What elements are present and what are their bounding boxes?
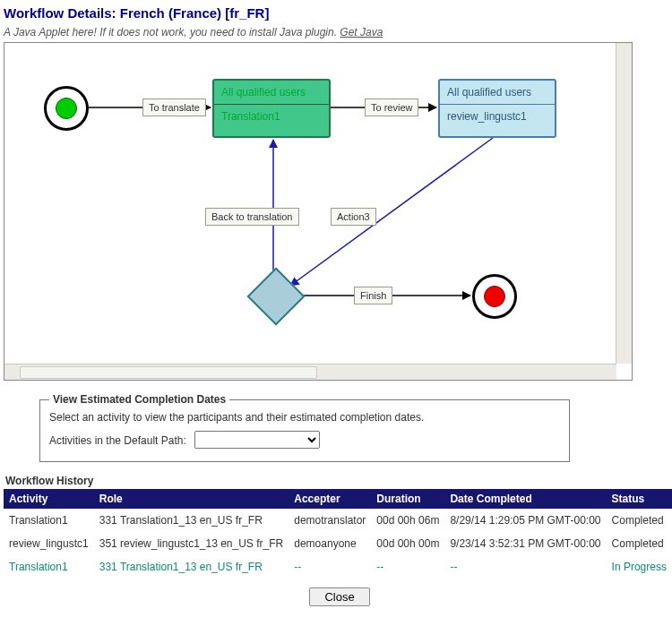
- estimate-fieldset: View Estimated Completion Dates Select a…: [39, 393, 570, 462]
- activities-select[interactable]: [194, 431, 320, 449]
- estimate-legend: View Estimated Completion Dates: [49, 393, 229, 406]
- scrollbar-vertical[interactable]: [616, 43, 632, 364]
- col-role: Role: [94, 489, 289, 509]
- cell-accepter: --: [289, 555, 371, 579]
- col-duration: Duration: [371, 489, 444, 509]
- edge-finish[interactable]: Finish: [354, 287, 392, 304]
- cell-duration: 00d 00h 00m: [371, 532, 444, 555]
- workflow-history-table: Activity Role Accepter Duration Date Com…: [4, 489, 672, 579]
- applet-note: A Java Applet here! If it does not work,…: [4, 26, 672, 40]
- svg-line-2: [290, 138, 493, 286]
- col-activity: Activity: [4, 489, 94, 509]
- cell-accepter: demotranslator: [289, 509, 371, 532]
- task-review-name: review_lingustc1: [440, 105, 555, 128]
- col-accepter: Accepter: [289, 489, 371, 509]
- task-translation-name: Translation1: [214, 105, 329, 128]
- edge-to-review[interactable]: To review: [365, 99, 418, 116]
- estimate-label: Activities in the Default Path:: [49, 434, 186, 447]
- cell-role: 351 review_lingustc1_13 en_US fr_FR: [94, 532, 289, 555]
- diagram-canvas[interactable]: All qualified users Translation1 All qua…: [4, 43, 630, 364]
- edge-action3[interactable]: Action3: [331, 208, 376, 226]
- cell-accepter: demoanyone: [289, 532, 371, 555]
- start-icon: [56, 98, 77, 119]
- cell-activity: review_lingustc1: [4, 532, 94, 555]
- cell-date: 8/29/14 1:29:05 PM GMT-00:00: [444, 509, 606, 532]
- end-icon: [484, 286, 505, 307]
- task-translation-role: All qualified users: [214, 81, 329, 104]
- cell-duration: --: [371, 555, 444, 579]
- cell-date: --: [444, 555, 606, 579]
- cell-activity: Translation1: [4, 555, 94, 579]
- close-button[interactable]: Close: [309, 587, 369, 606]
- cell-status: Completed: [607, 532, 672, 555]
- col-date-completed: Date Completed: [444, 489, 606, 509]
- cell-role: 331 Translation1_13 en_US fr_FR: [94, 555, 289, 579]
- applet-note-text: A Java Applet here! If it does not work,…: [4, 26, 340, 39]
- cell-status: Completed: [607, 509, 672, 532]
- cell-activity: Translation1: [4, 509, 94, 532]
- cell-role: 331 Translation1_13 en_US fr_FR: [94, 509, 289, 532]
- table-row: review_lingustc1351 review_lingustc1_13 …: [4, 532, 672, 555]
- workflow-diagram: All qualified users Translation1 All qua…: [4, 42, 633, 381]
- edge-back-to-translation[interactable]: Back to translation: [205, 208, 299, 226]
- cell-duration: 00d 00h 06m: [371, 509, 444, 532]
- end-node[interactable]: [472, 274, 517, 319]
- history-header-row: Activity Role Accepter Duration Date Com…: [4, 489, 672, 509]
- table-row: Translation1331 Translation1_13 en_US fr…: [4, 509, 672, 532]
- page-title: Workflow Details: French (France) [fr_FR…: [4, 4, 672, 26]
- task-translation[interactable]: All qualified users Translation1: [212, 79, 331, 138]
- edge-to-translate[interactable]: To translate: [142, 99, 206, 116]
- table-row: Translation1331 Translation1_13 en_US fr…: [4, 555, 672, 579]
- cell-date: 9/23/14 3:52:31 PM GMT-00:00: [444, 532, 606, 555]
- workflow-history-title: Workflow History: [5, 475, 672, 487]
- task-review-role: All qualified users: [440, 81, 555, 104]
- start-node[interactable]: [44, 86, 89, 131]
- decision-node[interactable]: [246, 267, 305, 325]
- cell-status: In Progress: [607, 555, 672, 579]
- scrollbar-horizontal[interactable]: [4, 364, 616, 380]
- task-review[interactable]: All qualified users review_lingustc1: [438, 79, 556, 138]
- get-java-link[interactable]: Get Java: [340, 26, 383, 39]
- estimate-text: Select an activity to view the participa…: [49, 411, 560, 424]
- col-status: Status: [607, 489, 672, 509]
